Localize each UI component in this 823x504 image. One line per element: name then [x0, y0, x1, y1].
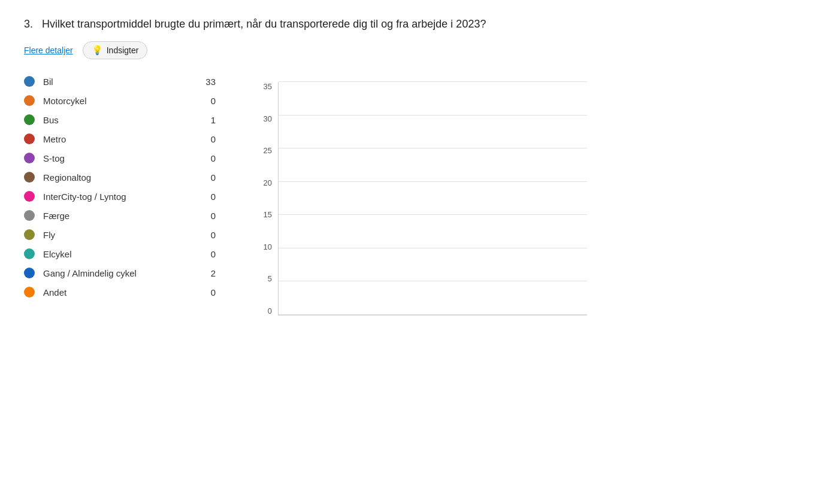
y-label: 10	[264, 242, 272, 251]
lightbulb-icon: 💡	[92, 45, 103, 56]
y-label: 35	[264, 82, 272, 91]
question-text: Hvilket transportmiddel brugte du primær…	[42, 18, 486, 30]
legend-dot-bus	[24, 114, 35, 125]
legend-item-regionaltog: Regionaltog 0	[24, 172, 216, 183]
legend-label-andet: Andet	[43, 287, 195, 297]
legend-item-intercity: InterCity-tog / Lyntog 0	[24, 191, 216, 202]
legend-item-andet: Andet 0	[24, 287, 216, 297]
legend-dot-bil	[24, 76, 35, 87]
legend-item-motorcykel: Motorcykel 0	[24, 95, 216, 106]
more-details-button[interactable]: Flere detaljer	[24, 45, 73, 55]
y-label: 20	[264, 178, 272, 187]
legend-count-elcykel: 0	[204, 249, 216, 259]
legend-count-bus: 1	[204, 115, 216, 125]
legend-dot-motorcykel	[24, 95, 35, 106]
legend-label-faerge: Færge	[43, 211, 195, 221]
legend-item-elcykel: Elcykel 0	[24, 248, 216, 259]
legend-count-faerge: 0	[204, 211, 216, 221]
chart-inner	[278, 82, 587, 315]
legend-label-bus: Bus	[43, 115, 195, 125]
legend-dot-stog	[24, 153, 35, 163]
legend-dot-cykel	[24, 268, 35, 278]
legend-count-andet: 0	[204, 287, 216, 297]
legend-dot-regionaltog	[24, 172, 35, 183]
y-label: 25	[264, 146, 272, 155]
legend-dot-elcykel	[24, 248, 35, 259]
y-label: 30	[264, 114, 272, 123]
bars-group	[279, 82, 587, 315]
y-axis: 35302520151050	[252, 82, 276, 315]
legend-label-regionaltog: Regionaltog	[43, 172, 195, 183]
y-label: 15	[264, 210, 272, 219]
legend-count-cykel: 2	[204, 268, 216, 278]
legend-item-bus: Bus 1	[24, 114, 216, 125]
legend-dot-fly	[24, 229, 35, 240]
question-title: 3. Hvilket transportmiddel brugte du pri…	[24, 18, 799, 31]
legend-dot-andet	[24, 287, 35, 297]
question-number: 3.	[24, 18, 33, 30]
main-content: Bil 33 Motorcykel 0 Bus 1 Metro 0 S-tog …	[24, 76, 799, 333]
legend-count-metro: 0	[204, 134, 216, 144]
legend-item-fly: Fly 0	[24, 229, 216, 240]
legend-dot-faerge	[24, 210, 35, 221]
legend-dot-intercity	[24, 191, 35, 202]
legend-count-stog: 0	[204, 153, 216, 163]
legend-label-metro: Metro	[43, 134, 195, 144]
legend-label-cykel: Gang / Almindelig cykel	[43, 268, 195, 278]
action-bar: Flere detaljer 💡 Indsigter	[24, 41, 799, 59]
legend-label-stog: S-tog	[43, 153, 195, 163]
legend-count-intercity: 0	[204, 192, 216, 202]
legend-label-fly: Fly	[43, 230, 195, 240]
insights-label: Indsigter	[107, 45, 139, 55]
legend-dot-metro	[24, 133, 35, 144]
legend-item-cykel: Gang / Almindelig cykel 2	[24, 268, 216, 278]
legend-item-stog: S-tog 0	[24, 153, 216, 163]
y-label: 5	[268, 274, 272, 283]
legend-count-fly: 0	[204, 230, 216, 240]
legend-count-regionaltog: 0	[204, 172, 216, 183]
insights-button[interactable]: 💡 Indsigter	[83, 41, 148, 59]
legend-item-bil: Bil 33	[24, 76, 216, 87]
legend-label-motorcykel: Motorcykel	[43, 96, 195, 106]
chart-container: 35302520151050	[252, 76, 799, 333]
legend-count-bil: 33	[204, 77, 216, 87]
legend: Bil 33 Motorcykel 0 Bus 1 Metro 0 S-tog …	[24, 76, 216, 306]
legend-label-elcykel: Elcykel	[43, 249, 195, 259]
legend-count-motorcykel: 0	[204, 96, 216, 106]
legend-label-bil: Bil	[43, 77, 195, 87]
legend-item-metro: Metro 0	[24, 133, 216, 144]
legend-label-intercity: InterCity-tog / Lyntog	[43, 192, 195, 202]
legend-item-faerge: Færge 0	[24, 210, 216, 221]
chart-area: 35302520151050	[252, 82, 587, 333]
y-label: 0	[268, 306, 272, 315]
